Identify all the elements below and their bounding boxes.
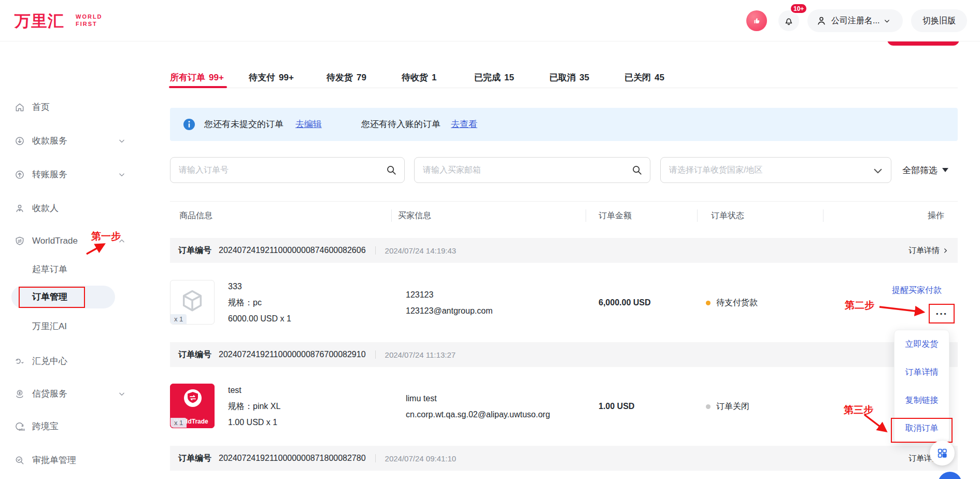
grid-icon [936,447,948,459]
svg-text:1688: 1688 [19,428,25,431]
transfer-icon [15,170,25,180]
order-number: 20240724192110000000874600082606 [219,246,366,255]
sidebar-item-approval-management[interactable]: 审批单管理 [0,450,138,471]
buyer-name: 123123 [406,289,433,301]
order-header-row: 订单编号 20240724192110000000876700082910 20… [170,342,958,367]
tab-completed[interactable]: 已完成15 [474,68,514,87]
order-number-search [170,157,405,183]
product-image-worldtrade: WorldTrade x 1 [170,384,215,428]
order-time: 2024/07/24 14:19:43 [385,246,457,255]
cross-border-icon: 1688 [15,421,25,432]
sidebar-item-payees[interactable]: 收款人 [0,198,138,219]
menu-item-cancel-order[interactable]: 取消订单 [905,423,939,434]
buyer-email: 123123@antgroup.com [406,305,492,317]
order-amount: 1.00 USD [599,400,634,413]
approval-icon [15,455,25,466]
sidebar-item-home[interactable]: 首页 [0,97,138,118]
column-divider [586,209,586,222]
step2-arrow [877,302,929,317]
payee-icon [15,203,25,214]
info-icon [183,119,195,130]
credit-icon [15,389,25,399]
order-header-row: 订单编号 20240724192110000000874600082606 20… [170,238,958,263]
more-actions-button[interactable]: ··· [930,305,954,322]
separator [375,246,376,255]
buyer-email: cn.corp.wt.qa.sg.02@alipay.uwtuso.org [406,408,550,421]
user-icon [816,15,827,26]
account-menu[interactable]: 公司注册名... [807,9,903,32]
rewards-button[interactable] [746,10,767,31]
tab-closed[interactable]: 已关闭45 [624,68,664,87]
info-banner: 您还有未提交的订单 去编辑 您还有待入账的订单 去查看 [170,108,958,141]
order-number: 20240724192110000000871800082780 [219,454,366,463]
remind-buyer-pay-link[interactable]: 提醒买家付款 [892,284,942,297]
sidebar-item-draft-order[interactable]: 起草订单 [0,259,138,280]
order-actions-menu: 立即发货 订单详情 复制链接 取消订单 [894,330,949,443]
menu-item-order-detail[interactable]: 订单详情 [905,367,939,378]
chevron-down-icon [118,171,125,178]
logo-worldfirst: 万里汇 [15,10,64,32]
buyer-email-input[interactable] [414,157,650,183]
mini-apps-button[interactable] [930,441,955,466]
product-price-qty: 6000.00 USD x 1 [228,313,291,325]
tab-all-orders[interactable]: 所有订单99+ [170,68,224,87]
menu-item-ship-now[interactable]: 立即发货 [905,339,939,350]
sidebar-item-order-management[interactable]: 订单管理 [0,287,138,307]
sidebar-item-cross-border[interactable]: 1688 跨境宝 [0,416,138,437]
search-icon[interactable] [631,164,643,176]
order-number-input[interactable] [170,157,405,183]
buyer-email-search [414,157,650,183]
order-number: 20240724192110000000876700082910 [219,350,366,359]
floating-assistant-button[interactable] [938,472,962,479]
menu-item-copy-link[interactable]: 复制链接 [905,395,939,406]
active-tab-underline [169,86,227,88]
search-icon[interactable] [386,164,397,176]
sidebar-item-collection-services[interactable]: 收款服务 [0,131,138,151]
column-header-product: 商品信息 [179,206,212,225]
column-divider [697,209,698,222]
step2-label: 第二步 [845,299,874,312]
order-detail-link[interactable]: 订单详情 [908,238,948,263]
tab-cancelled[interactable]: 已取消35 [549,68,589,87]
separator [375,454,376,462]
filter-caret-icon [942,168,948,172]
account-name: 公司注册名... [831,16,879,26]
order-status: 订单关闭 [716,400,749,413]
tab-pending-receipt[interactable]: 待收货1 [402,68,436,87]
quantity-badge: x 1 [171,418,187,428]
banner-link-view[interactable]: 去查看 [451,108,477,141]
worldtrade-logo-icon [183,388,203,408]
logo-worldfirst-en: WORLD FIRST [76,13,103,27]
order-amount: 6,000.00 USD [599,297,651,309]
sidebar-item-transfer-services[interactable]: 转账服务 [0,164,138,185]
status-dot-pending [706,301,711,305]
tabs-divider [170,88,958,88]
thumbs-up-icon [751,16,762,26]
exchange-icon [15,356,25,367]
switch-old-version-button[interactable]: 切换旧版 [911,9,967,32]
tab-pending-shipment[interactable]: 待发货79 [326,68,366,87]
chevron-down-icon [884,18,890,24]
sidebar-item-exchange-center[interactable]: 汇兑中心 [0,351,138,372]
product-spec: 规格：pc [228,297,262,309]
order-time: 2024/07/24 09:41:10 [385,454,457,463]
order-time: 2024/07/24 11:13:27 [385,350,456,359]
country-select [660,157,891,183]
banner-message-unsubmitted: 您还有未提交的订单 [204,108,283,141]
country-select-input[interactable] [660,157,891,183]
home-icon [15,102,25,112]
bell-icon [783,15,794,26]
sidebar-item-credit-services[interactable]: 信贷服务 [0,384,138,404]
product-price-qty: 1.00 USD x 1 [228,416,277,429]
all-filters-button[interactable]: 全部筛选 [902,157,948,183]
sidebar-item-worldfirst-ai[interactable]: 万里汇AI [0,316,138,337]
quantity-badge: x 1 [171,314,187,324]
buyer-name: limu test [406,392,437,405]
separator [375,350,376,359]
column-header-status: 订单状态 [711,206,744,225]
banner-link-edit[interactable]: 去编辑 [295,108,322,141]
sidebar: 首页 收款服务 转账服务 收款人 WorldTrade 起草订单 订单管理 [0,41,138,479]
product-name: test [228,384,242,397]
tab-pending-payment[interactable]: 待支付99+ [249,68,294,87]
banner-message-pending-credit: 您还有待入账的订单 [361,108,441,141]
